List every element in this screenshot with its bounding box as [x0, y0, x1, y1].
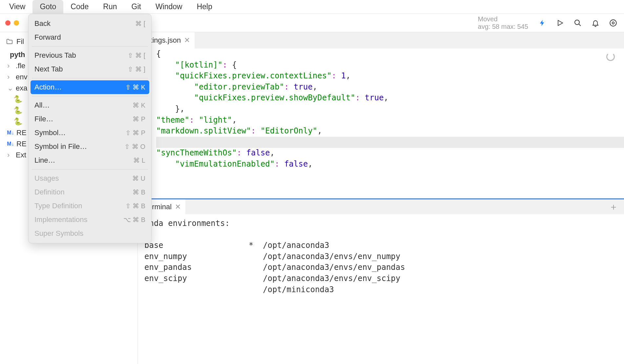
tool-window-tabs: Terminal ✕ ＋: [138, 198, 624, 214]
menu-item-all[interactable]: All…⌘ K: [29, 98, 151, 112]
window-controls: [5, 20, 28, 26]
menu-run[interactable]: Run: [96, 0, 124, 13]
menu-item-back[interactable]: Back⌘ [: [29, 17, 151, 30]
code-content: { "[kotlin]": { "quickFixes.preview.cont…: [156, 49, 624, 198]
svg-marker-1: [558, 20, 563, 26]
close-window[interactable]: [5, 20, 10, 26]
minimize-window[interactable]: [14, 20, 19, 26]
terminal-view[interactable]: onda environments:#base * /opt/anaconda3…: [138, 214, 624, 364]
run-icon[interactable]: [556, 19, 564, 27]
svg-point-4: [612, 22, 614, 24]
menu-item-file[interactable]: File…⌘ P: [29, 112, 151, 126]
editor-view[interactable]: 12345678901 { "[kotlin]": { "quickFixes.…: [138, 49, 624, 198]
menu-code[interactable]: Code: [63, 0, 96, 13]
menu-item-symbolinfile[interactable]: Symbol in File…⇧ ⌘ O: [29, 140, 151, 153]
menu-help[interactable]: Help: [190, 0, 219, 13]
search-icon[interactable]: [573, 19, 582, 27]
menu-item-nexttab[interactable]: Next Tab⇧ ⌘ ]: [29, 62, 151, 76]
bell-icon[interactable]: [591, 19, 600, 27]
menu-item-symbol[interactable]: Symbol…⇧ ⌘ P: [29, 126, 151, 140]
menu-item-implementations: Implementations⌥ ⌘ B: [29, 213, 151, 227]
svg-point-3: [610, 20, 616, 26]
menu-goto[interactable]: Goto: [32, 0, 63, 13]
menu-item-usages: Usages⌘ U: [29, 172, 151, 185]
gear-icon[interactable]: [609, 19, 617, 27]
close-icon[interactable]: ✕: [184, 36, 190, 45]
close-icon[interactable]: ✕: [175, 203, 181, 211]
progress-spinner-icon: [606, 52, 615, 61]
menu-item-action[interactable]: Action…⇧ ⌘ K: [31, 80, 149, 94]
menu-item-typedefinition: Type Definition⇧ ⌘ B: [29, 199, 151, 213]
menu-item-forward[interactable]: Forward: [29, 30, 151, 44]
menu-git[interactable]: Git: [124, 0, 148, 13]
add-tool-window-icon[interactable]: ＋: [609, 201, 618, 213]
menu-item-supersymbols: Super Symbols: [29, 227, 151, 240]
maximize-window[interactable]: [22, 20, 28, 26]
menu-item-line[interactable]: Line…⌘ L: [29, 153, 151, 167]
menubar: ViewGotoCodeRunGitWindowHelp: [0, 0, 624, 14]
editor-tabs: ettings.json ✕: [138, 32, 624, 49]
svg-point-2: [575, 20, 579, 25]
menu-item-previoustab[interactable]: Previous Tab⇧ ⌘ [: [29, 49, 151, 62]
bolt-icon[interactable]: [538, 19, 547, 27]
menu-window[interactable]: Window: [148, 0, 190, 13]
perf-stats: Moved avg: 58 max: 545: [478, 15, 528, 30]
menu-view[interactable]: View: [2, 0, 32, 13]
goto-menu: Back⌘ [ForwardPrevious Tab⇧ ⌘ [Next Tab⇧…: [28, 14, 152, 243]
menu-item-definition: Definition⌘ B: [29, 185, 151, 199]
